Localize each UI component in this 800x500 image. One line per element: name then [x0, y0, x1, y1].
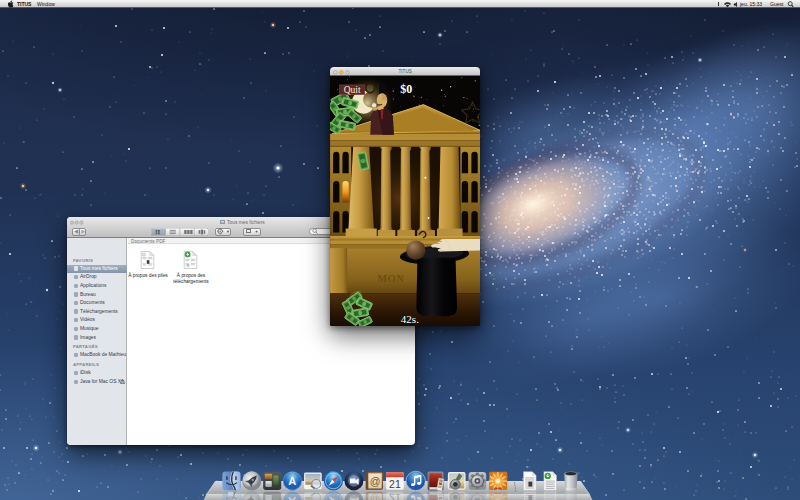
svg-text:MON: MON	[377, 274, 404, 285]
svg-text:@: @	[370, 475, 381, 487]
svg-text:42s.: 42s.	[401, 314, 419, 326]
svg-text:21: 21	[389, 479, 401, 490]
svg-text:$0: $0	[400, 83, 412, 97]
svg-text:Quit: Quit	[344, 86, 361, 96]
svg-text:A: A	[288, 475, 296, 487]
